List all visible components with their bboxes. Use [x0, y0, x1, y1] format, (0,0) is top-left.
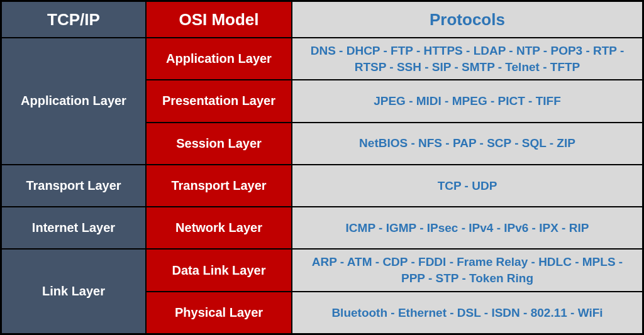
header-osi: OSI Model — [146, 1, 292, 38]
protocols-datalink: ARP - ATM - CDP - FDDI - Frame Relay - H… — [292, 249, 643, 291]
protocols-transport: TCP - UDP — [292, 165, 643, 207]
osi-datalink-layer: Data Link Layer — [146, 249, 292, 291]
osi-session-layer: Session Layer — [146, 123, 292, 165]
osi-network-layer: Network Layer — [146, 207, 292, 249]
layer-comparison-table: TCP/IP OSI Model Protocols Application L… — [0, 0, 644, 335]
osi-application-layer: Application Layer — [146, 38, 292, 80]
protocols-application: DNS - DHCP - FTP - HTTPS - LDAP - NTP - … — [292, 38, 643, 80]
osi-presentation-layer: Presentation Layer — [146, 80, 292, 122]
protocols-physical: Bluetooth - Ethernet - DSL - ISDN - 802.… — [292, 292, 643, 334]
tcpip-transport-layer: Transport Layer — [1, 165, 146, 207]
osi-physical-layer: Physical Layer — [146, 292, 292, 334]
osi-transport-layer: Transport Layer — [146, 165, 292, 207]
header-tcpip: TCP/IP — [1, 1, 146, 38]
tcpip-link-layer: Link Layer — [1, 249, 146, 334]
protocols-presentation: JPEG - MIDI - MPEG - PICT - TIFF — [292, 80, 643, 122]
protocols-session: NetBIOS - NFS - PAP - SCP - SQL - ZIP — [292, 123, 643, 165]
tcpip-internet-layer: Internet Layer — [1, 207, 146, 249]
protocols-network: ICMP - IGMP - IPsec - IPv4 - IPv6 - IPX … — [292, 207, 643, 249]
header-protocols: Protocols — [292, 1, 643, 38]
tcpip-application-layer: Application Layer — [1, 38, 146, 165]
